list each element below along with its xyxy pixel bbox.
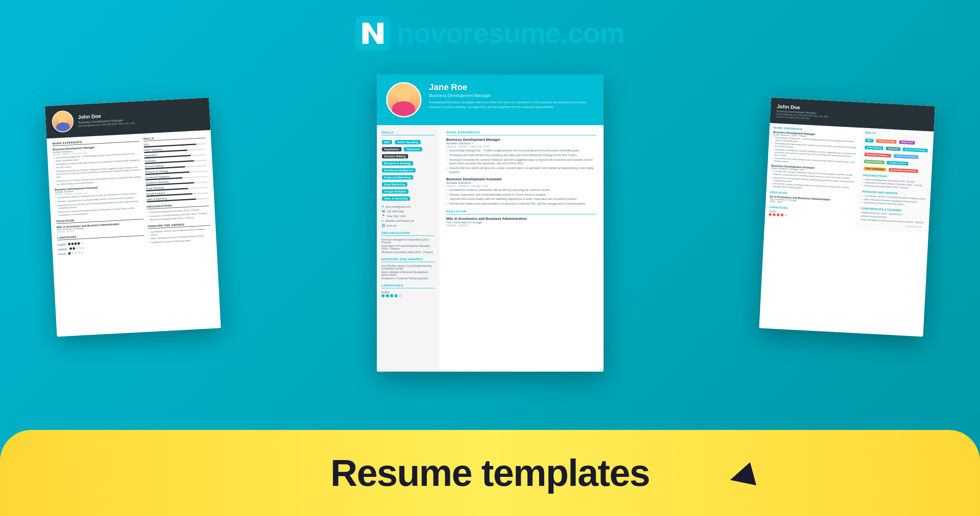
- logo-text: novoresume.com: [397, 17, 624, 49]
- center-job1-b3: Reviewed constantly the customer feedbac…: [446, 158, 597, 166]
- right-header-info: John Doe Business Development Manager jo…: [776, 103, 928, 126]
- left-lang-en-dots: [68, 242, 83, 245]
- center-honour-1: Jury Member, Venture Cup Entrepreneurshi…: [382, 264, 435, 270]
- skill-tag-analytics: Google Analytics: [382, 189, 409, 194]
- center-body: SKILLS SEO Public Speaking Negotiation T…: [377, 125, 604, 372]
- rtag-outbound: Outbound Marketing: [894, 154, 919, 159]
- skill-tag-negotiation: Negotiation: [382, 147, 402, 151]
- skill-tag-email: Email Marketing: [382, 182, 408, 187]
- right-skills-tags: SEO Public Speaking Negotiation Online M…: [863, 135, 930, 174]
- logo-icon: [355, 16, 391, 51]
- left-lang-fr-dots: [68, 252, 83, 255]
- rtag-email: Email Marketing: [864, 160, 885, 164]
- resume-card-left: John Doe Business Development Manager jo…: [45, 97, 221, 336]
- center-org-1: American Management Association (2015 - …: [382, 238, 435, 244]
- skill-tag-sales: Sales & Marketing: [382, 196, 410, 201]
- center-skills-tags: SEO Public Speaking Negotiation Teamwork…: [382, 138, 435, 201]
- center-honour-3: Excellence in Customer Partnering Award: [382, 277, 435, 280]
- right-body: WORK EXPERIENCE Business Development Man…: [765, 123, 934, 233]
- center-title: Business Development Manager: [429, 93, 594, 98]
- left-languages: English Spanish French: [57, 238, 145, 256]
- rtag-analytics: Google Analytics: [887, 161, 908, 165]
- center-org-sidebar-title: ORGANIZATIONS: [382, 231, 435, 236]
- rtag-speaking: Public Speaking: [876, 139, 897, 144]
- center-job2-company: AirState Solutions: [446, 181, 597, 185]
- left-resume-body: WORK EXPERIENCE Business Development Man…: [47, 130, 217, 260]
- center-edu-degree: MSc in Economics and Business Administra…: [446, 217, 597, 221]
- left-lang-en: English: [57, 243, 66, 246]
- banner-text: Resume templates: [330, 451, 649, 494]
- center-avatar: [386, 82, 421, 117]
- center-linkedin: in linkedin.com/in/jane.roe: [382, 219, 435, 223]
- center-job1-company: AirState Solutions ✓: [446, 142, 597, 145]
- rtag-seo: SEO: [865, 138, 874, 142]
- rtag-research: Research & Strategy: [903, 147, 928, 152]
- right-col-main: WORK EXPERIENCE Business Development Man…: [765, 123, 862, 229]
- phone-icon: ☎: [382, 210, 385, 213]
- right-job-1: Business Development Manager iState Solu…: [772, 131, 857, 167]
- center-job1-b2: Developed and implemented new marketing …: [446, 153, 597, 157]
- center-location: 📍 New York, USA: [382, 214, 435, 218]
- center-phone: ☎ 202-555-0166: [382, 210, 435, 213]
- left-lang-fr: French: [58, 252, 66, 255]
- center-job1-title: Business Development Manager: [446, 138, 597, 142]
- center-job-2: Business Development Assistant AirState …: [446, 177, 597, 206]
- resume-card-right: John Doe Business Development Manager jo…: [759, 97, 935, 336]
- skill-tag-seo: SEO: [382, 140, 392, 144]
- center-job1-date: 09/2014 - 06/2017 | New York, USA: [446, 145, 597, 148]
- center-job2-b3: Improved the communication with the Mark…: [446, 197, 597, 201]
- center-edu-school: The University of Chicago: [446, 221, 597, 224]
- center-job2-title: Business Development Assistant: [446, 177, 597, 181]
- left-job-2: Business Development Assistant AirState …: [55, 184, 143, 217]
- header: novoresume.com: [0, 16, 980, 51]
- right-job-2: Business Development Assistant iState So…: [770, 164, 856, 192]
- center-langs-sidebar-title: LANGUAGES: [382, 284, 435, 288]
- center-org-2: Association of Private Enterprise Educat…: [382, 245, 435, 250]
- left-col-sidebar: SKILLS SEO Public Speaking Negotiation T…: [143, 134, 211, 251]
- center-job2-b4: Directed the creation and implementation…: [446, 202, 597, 206]
- center-contact-section: ✉ jane.roe@gmail.com ☎ 202-555-0166 📍 Ne…: [382, 205, 435, 227]
- center-main: WORK EXPERIENCE Business Development Man…: [439, 125, 604, 372]
- center-honour-2: Sales Individual & Business Development …: [382, 271, 435, 276]
- center-email: ✉ jane.roe@gmail.com: [382, 205, 435, 209]
- right-col-sidebar: SKILLS SEO Public Speaking Negotiation O…: [856, 128, 934, 234]
- left-col-main: WORK EXPERIENCE Business Development Man…: [52, 138, 145, 256]
- left-job-1: Business Development Manager AirState So…: [52, 144, 142, 186]
- logo-container: novoresume.com: [355, 16, 624, 51]
- center-job2-date: 09/2011 - 05/2014 | Chicago, USA: [446, 185, 597, 187]
- center-job1-b4: Ensured that new clients will grow into …: [446, 166, 597, 174]
- linkedin-icon: in: [382, 219, 384, 223]
- center-name: Jane Roe: [429, 82, 594, 92]
- rtag-emotional: Emotional Intelligence: [864, 153, 891, 158]
- center-honours-sidebar-title: HONOURS AND AWARDS: [382, 257, 435, 262]
- email-icon: ✉: [382, 205, 384, 209]
- center-lang-en: English: [382, 291, 435, 293]
- skill-tag-teamwork: Teamwork: [404, 147, 422, 151]
- resume-card-center: Jane Roe Business Development Manager Pr…: [377, 74, 604, 372]
- bottom-banner: Resume templates: [0, 430, 980, 516]
- center-job2-b2: Planned, supervised, and coordinated dai…: [446, 193, 597, 197]
- rtag-social: Social Media Advertising: [889, 168, 918, 173]
- center-edu-date: 09/2008 - 06/2012: [446, 224, 597, 227]
- center-header-info: Jane Roe Business Development Manager Pr…: [429, 82, 594, 110]
- left-lang-es: Spanish: [58, 248, 67, 251]
- skill-tag-decision: Decision Making: [382, 154, 408, 158]
- left-lang-es-dots: [69, 247, 84, 250]
- center-org-3: eBusiness Association (eBA) (2013 - Pres…: [382, 251, 435, 254]
- center-job1-b1: Successfully managed $2 - 3 million budg…: [446, 149, 597, 153]
- center-desc: Professional Business Developer with mor…: [429, 100, 594, 110]
- rtag-negotiation: Negotiation: [899, 140, 915, 144]
- location-icon: 📍: [382, 214, 385, 218]
- center-sidebar: SKILLS SEO Public Speaking Negotiation T…: [377, 125, 439, 372]
- center-job-1: Business Development Manager AirState So…: [446, 138, 597, 174]
- center-skills-title: SKILLS: [382, 131, 435, 135]
- left-skills-list: SEO Public Speaking Negotiation Teamwork…: [143, 140, 209, 202]
- skill-tag-speaking: Public Speaking: [395, 140, 421, 144]
- center-website: 🌐 jane.roe: [382, 224, 435, 227]
- rtag-teamwork: Teamwork: [886, 146, 900, 151]
- skill-tag-outbound: Outbound Marketing: [382, 175, 413, 180]
- center-work-title: WORK EXPERIENCE: [446, 131, 597, 135]
- skill-tag-emotional: Emotional Intelligence: [382, 168, 416, 173]
- center-header: Jane Roe Business Development Manager Pr…: [377, 74, 604, 125]
- web-icon: 🌐: [382, 224, 385, 227]
